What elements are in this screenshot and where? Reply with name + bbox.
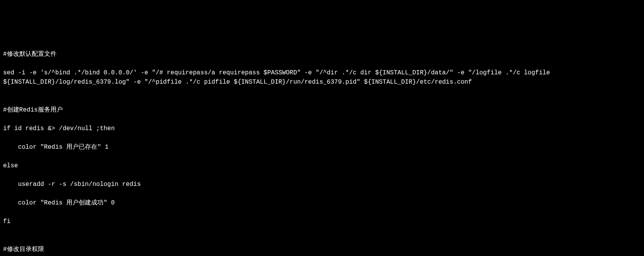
code-line: #修改默认配置文件	[3, 50, 641, 59]
code-line: fi	[3, 217, 641, 226]
code-line: color "Redis 用户创建成功" 0	[3, 198, 641, 208]
code-line: sed -i -e 's/^bind .*/bind 0.0.0.0/' -e …	[3, 68, 641, 87]
code-line: #创建Redis服务用户	[3, 105, 641, 115]
code-line: #修改目录权限	[3, 245, 641, 254]
code-line: else	[3, 161, 641, 170]
code-line: if id redis &> /dev/null ;then	[3, 124, 641, 133]
terminal-output: #修改默认配置文件 sed -i -e 's/^bind .*/bind 0.0…	[3, 40, 641, 256]
code-line: color "Redis 用户已存在" 1	[3, 143, 641, 152]
code-line: useradd -r -s /sbin/nologin redis	[3, 180, 641, 189]
